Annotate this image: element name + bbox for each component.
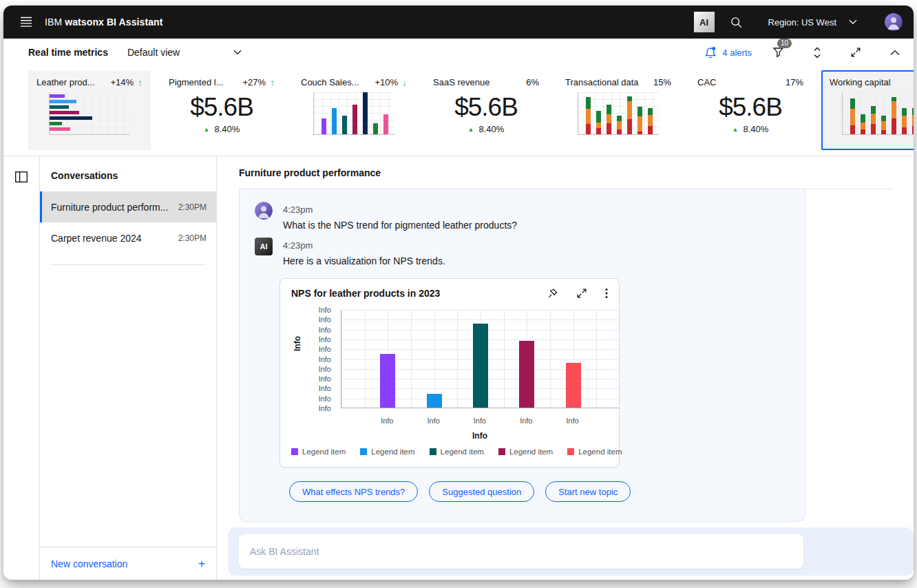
metric-name: Couch Sales... (301, 77, 369, 87)
user-avatar[interactable] (885, 13, 903, 31)
search-button[interactable] (723, 8, 750, 36)
metric-name: Leather prod... (36, 77, 105, 87)
metric-card[interactable]: SaaS revenue6%$5.6B▲8.40% (425, 70, 547, 150)
legend-item: Legend item (360, 448, 414, 456)
chevron-down-icon (849, 19, 857, 25)
ai-message: AI4:23pmHere is a visualization for NPS … (255, 238, 805, 266)
view-selector[interactable]: Default view (127, 47, 242, 58)
y-axis-tick-label: Info (306, 355, 331, 364)
y-axis-tick-label: Info (306, 315, 331, 324)
mini-bar-segment (586, 124, 591, 134)
expand-button[interactable] (850, 47, 861, 58)
alerts-label: 4 alerts (722, 48, 752, 58)
kpi-value: $5.6B (169, 93, 275, 122)
chat-input[interactable] (239, 534, 803, 569)
legend-item: Legend item (567, 448, 622, 456)
y-axis-tick-label: Info (306, 404, 331, 412)
mini-bar-segment (617, 121, 622, 129)
metric-name: SaaS revenue (433, 77, 520, 87)
x-axis-tick-label: Info (459, 417, 500, 425)
metric-card[interactable]: Leather prod...+14%↑ (28, 70, 151, 150)
mini-bar-segment (871, 114, 876, 124)
mini-bar-segment (881, 116, 886, 120)
mini-bar-segment (912, 126, 914, 134)
chevron-down-icon (233, 50, 242, 55)
message-body: 4:23pmHere is a visualization for NPS tr… (283, 238, 445, 266)
new-conversation-label: New conversation (51, 558, 198, 569)
metric-card[interactable]: Pigmented l...+27%↑$5.6B▲8.40% (160, 70, 283, 150)
suggestion-pill[interactable]: What effects NPS trends? (289, 481, 418, 502)
person-photo-icon (885, 13, 903, 31)
conversation-item[interactable]: Carpet revenue 20242:30PM (40, 222, 216, 253)
metric-card-title-row: Transactional data15% (565, 77, 671, 87)
panel-toggle-button[interactable] (14, 170, 28, 187)
notification-bell-icon (704, 46, 717, 59)
suggestion-pill[interactable]: Suggested question (429, 481, 534, 502)
mini-bar (332, 108, 337, 134)
sort-button[interactable] (813, 47, 821, 59)
filter-button[interactable]: 10 (772, 47, 784, 58)
maximize-icon (576, 288, 587, 299)
region-label: Region: US West (768, 17, 836, 28)
y-axis-tick-label: Info (306, 306, 331, 314)
message-timestamp: 4:23pm (283, 202, 517, 215)
kpi-change: ▲8.40% (169, 124, 275, 134)
conversation-item[interactable]: Furniture product perform...2:30PM (40, 191, 216, 222)
mini-stacked-bar (912, 92, 914, 134)
mini-stacked-bar (617, 92, 622, 134)
conversations-title: Conversations (40, 156, 216, 191)
trend-up-icon: ↑ (270, 78, 275, 87)
metric-card-title-row: Pigmented l...+27%↑ (169, 77, 275, 87)
alerts-button[interactable]: 4 alerts (704, 46, 752, 59)
metric-card-title-row: Working capital (830, 77, 914, 87)
legend-label: Legend item (578, 448, 622, 456)
metric-value: +10% (375, 77, 398, 87)
mini-bar-segment (881, 130, 886, 134)
ai-avatar: AI (255, 238, 273, 255)
left-rail (3, 156, 39, 580)
chart-bar (566, 363, 581, 408)
kpi-block: $5.6B▲8.40% (169, 93, 275, 134)
mini-bar-segment (586, 109, 591, 124)
legend-swatch (498, 448, 505, 455)
overflow-menu-button[interactable] (605, 288, 608, 299)
mini-bar-segment (596, 123, 601, 129)
kpi-block: $5.6B▲8.40% (433, 93, 539, 134)
metric-value: 15% (653, 77, 671, 87)
mini-bar-segment (607, 114, 611, 123)
mini-bar-segment (892, 118, 896, 134)
mini-bar (50, 105, 69, 109)
mini-chart (578, 92, 659, 135)
suggestion-pill[interactable]: Start new topic (545, 481, 631, 502)
mini-bar (342, 116, 347, 134)
metric-card[interactable]: Working capital (821, 70, 914, 150)
collapse-button[interactable] (890, 50, 900, 56)
mini-bar-segment (596, 111, 601, 122)
region-selector[interactable]: Region: US West (768, 17, 857, 28)
new-conversation-button[interactable]: New conversation + (40, 547, 216, 580)
user-message: 4:23pmWhat is the NPS trend for pigmente… (255, 202, 805, 231)
kpi-change-value: 8.40% (479, 124, 505, 134)
mini-bar-segment (850, 109, 855, 125)
y-axis-title: Info (293, 336, 302, 351)
metric-card[interactable]: Transactional data15% (557, 70, 679, 150)
chevron-up-icon (890, 50, 900, 56)
mini-bar (50, 100, 76, 103)
filter-count-badge: 10 (777, 39, 792, 48)
menu-button[interactable] (14, 10, 38, 34)
metric-name: Working capital (830, 77, 914, 87)
conversations-sidebar: Conversations Furniture product perform.… (39, 156, 217, 580)
metric-cards-row: Leather prod...+14%↑Pigmented l...+27%↑$… (3, 66, 914, 156)
mini-bar-segment (902, 127, 907, 134)
metric-card[interactable]: CAC17%$5.6B▲8.40% (689, 70, 812, 150)
user-message-avatar (255, 202, 273, 220)
expand-chart-button[interactable] (576, 288, 587, 299)
ai-badge-button[interactable]: AI (694, 12, 715, 32)
legend-swatch (567, 448, 574, 455)
mini-bar-segment (648, 115, 653, 126)
pin-button[interactable] (547, 288, 558, 299)
message-text: What is the NPS trend for pigmented leat… (283, 220, 517, 231)
metric-card[interactable]: Couch Sales...+10%↓ (293, 70, 415, 150)
mini-bar (322, 118, 326, 134)
mini-bar-segment (881, 121, 886, 130)
